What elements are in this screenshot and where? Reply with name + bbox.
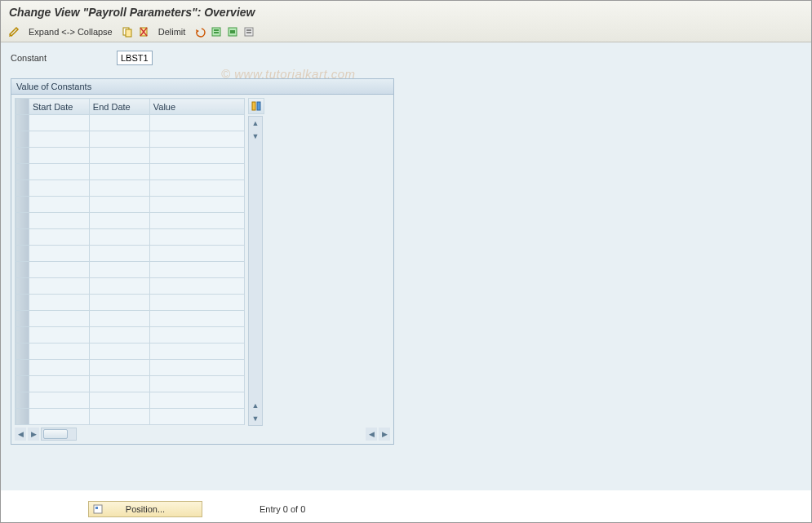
cell-value[interactable] bbox=[149, 148, 244, 164]
scroll-up-icon[interactable]: ▲ bbox=[249, 117, 262, 130]
cell-value[interactable] bbox=[149, 327, 244, 343]
table-row[interactable] bbox=[16, 327, 245, 343]
cell-end[interactable] bbox=[89, 295, 149, 311]
horizontal-scrollbar[interactable] bbox=[41, 428, 77, 441]
vertical-scrollbar[interactable]: ▲ ▼ ▲ ▼ bbox=[248, 116, 263, 426]
table-row[interactable] bbox=[16, 115, 245, 131]
row-selector[interactable] bbox=[16, 392, 29, 409]
cell-value[interactable] bbox=[149, 180, 244, 197]
row-selector[interactable] bbox=[16, 327, 29, 343]
cell-end[interactable] bbox=[89, 327, 149, 343]
scroll-left-icon[interactable]: ▶ bbox=[28, 428, 39, 441]
cell-end[interactable] bbox=[89, 360, 149, 376]
cell-start[interactable] bbox=[29, 229, 89, 246]
table-row[interactable] bbox=[16, 392, 245, 409]
cell-value[interactable] bbox=[149, 246, 244, 262]
scroll-last-icon[interactable]: ▶ bbox=[379, 428, 390, 441]
cell-end[interactable] bbox=[89, 376, 149, 392]
cell-start[interactable] bbox=[29, 115, 89, 131]
row-selector[interactable] bbox=[16, 197, 29, 213]
cell-start[interactable] bbox=[29, 376, 89, 392]
cell-end[interactable] bbox=[89, 197, 149, 213]
cell-start[interactable] bbox=[29, 278, 89, 295]
table-row[interactable] bbox=[16, 164, 245, 180]
row-selector[interactable] bbox=[16, 278, 29, 295]
cell-value[interactable] bbox=[149, 164, 244, 180]
cell-end[interactable] bbox=[89, 164, 149, 180]
cell-value[interactable] bbox=[149, 262, 244, 278]
cell-end[interactable] bbox=[89, 131, 149, 148]
delete-icon[interactable] bbox=[137, 25, 150, 38]
cell-end[interactable] bbox=[89, 278, 149, 295]
col-start-date[interactable]: Start Date bbox=[29, 99, 89, 115]
row-selector[interactable] bbox=[16, 229, 29, 246]
row-selector[interactable] bbox=[16, 295, 29, 311]
scroll-down-icon[interactable]: ▼ bbox=[249, 130, 262, 143]
delimit-button[interactable]: Delimit bbox=[153, 25, 191, 38]
table-row[interactable] bbox=[16, 180, 245, 197]
row-selector[interactable] bbox=[16, 409, 29, 425]
cell-value[interactable] bbox=[149, 409, 244, 425]
row-selector[interactable] bbox=[16, 180, 29, 197]
select-all-icon[interactable] bbox=[210, 25, 223, 38]
cell-end[interactable] bbox=[89, 246, 149, 262]
table-row[interactable] bbox=[16, 360, 245, 376]
cell-value[interactable] bbox=[149, 131, 244, 148]
cell-start[interactable] bbox=[29, 164, 89, 180]
cell-end[interactable] bbox=[89, 148, 149, 164]
cell-value[interactable] bbox=[149, 392, 244, 409]
cell-start[interactable] bbox=[29, 213, 89, 229]
cell-start[interactable] bbox=[29, 311, 89, 327]
cell-end[interactable] bbox=[89, 343, 149, 360]
cell-value[interactable] bbox=[149, 213, 244, 229]
table-row[interactable] bbox=[16, 246, 245, 262]
constant-value[interactable]: LBST1 bbox=[117, 51, 153, 65]
scroll-down-icon[interactable]: ▼ bbox=[249, 412, 262, 425]
scroll-first-icon[interactable]: ◀ bbox=[15, 428, 26, 441]
row-selector[interactable] bbox=[16, 246, 29, 262]
row-selector[interactable] bbox=[16, 164, 29, 180]
toggle-display-change-icon[interactable] bbox=[7, 25, 20, 38]
table-row[interactable] bbox=[16, 409, 245, 425]
expand-collapse-button[interactable]: Expand <-> Collapse bbox=[24, 25, 118, 38]
cell-end[interactable] bbox=[89, 409, 149, 425]
cell-start[interactable] bbox=[29, 197, 89, 213]
cell-end[interactable] bbox=[89, 229, 149, 246]
col-end-date[interactable]: End Date bbox=[89, 99, 149, 115]
table-row[interactable] bbox=[16, 197, 245, 213]
cell-value[interactable] bbox=[149, 229, 244, 246]
cell-start[interactable] bbox=[29, 392, 89, 409]
table-row[interactable] bbox=[16, 311, 245, 327]
scroll-up-icon[interactable]: ▲ bbox=[249, 399, 262, 412]
cell-start[interactable] bbox=[29, 360, 89, 376]
row-selector[interactable] bbox=[16, 360, 29, 376]
table-row[interactable] bbox=[16, 295, 245, 311]
position-button[interactable]: Position... bbox=[88, 501, 202, 517]
col-value[interactable]: Value bbox=[149, 99, 244, 115]
table-row[interactable] bbox=[16, 148, 245, 164]
cell-start[interactable] bbox=[29, 295, 89, 311]
row-selector[interactable] bbox=[16, 343, 29, 360]
row-selector[interactable] bbox=[16, 148, 29, 164]
cell-value[interactable] bbox=[149, 115, 244, 131]
cell-end[interactable] bbox=[89, 213, 149, 229]
copy-icon[interactable] bbox=[121, 25, 134, 38]
select-all-rows[interactable] bbox=[16, 99, 29, 115]
row-selector[interactable] bbox=[16, 311, 29, 327]
cell-start[interactable] bbox=[29, 180, 89, 197]
table-row[interactable] bbox=[16, 229, 245, 246]
cell-value[interactable] bbox=[149, 343, 244, 360]
cell-start[interactable] bbox=[29, 131, 89, 148]
cell-end[interactable] bbox=[89, 392, 149, 409]
table-row[interactable] bbox=[16, 262, 245, 278]
cell-start[interactable] bbox=[29, 409, 89, 425]
cell-start[interactable] bbox=[29, 327, 89, 343]
cell-start[interactable] bbox=[29, 343, 89, 360]
scroll-right-icon[interactable]: ◀ bbox=[366, 428, 377, 441]
table-row[interactable] bbox=[16, 213, 245, 229]
row-selector[interactable] bbox=[16, 213, 29, 229]
cell-end[interactable] bbox=[89, 180, 149, 197]
undo-icon[interactable] bbox=[193, 25, 206, 38]
table-row[interactable] bbox=[16, 131, 245, 148]
deselect-all-icon[interactable] bbox=[242, 25, 255, 38]
